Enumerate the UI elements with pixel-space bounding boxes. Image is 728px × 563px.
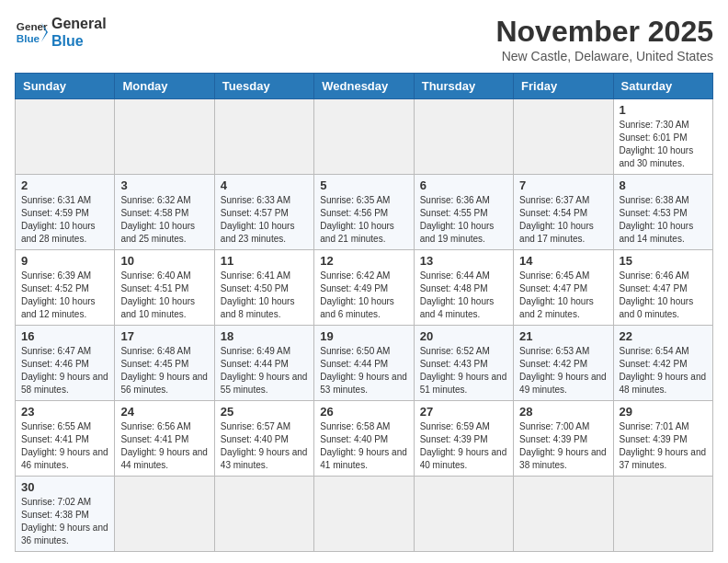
calendar-day-cell: 16Sunrise: 6:47 AM Sunset: 4:46 PM Dayli… — [16, 326, 115, 401]
calendar-week-row: 16Sunrise: 6:47 AM Sunset: 4:46 PM Dayli… — [16, 326, 713, 401]
day-info: Sunrise: 6:40 AM Sunset: 4:51 PM Dayligh… — [120, 270, 208, 321]
day-info: Sunrise: 6:32 AM Sunset: 4:58 PM Dayligh… — [120, 194, 208, 246]
day-info: Sunrise: 6:39 AM Sunset: 4:52 PM Dayligh… — [21, 270, 108, 321]
day-number: 20 — [420, 329, 507, 343]
day-info: Sunrise: 6:31 AM Sunset: 4:59 PM Dayligh… — [21, 194, 108, 246]
calendar-day-cell: 18Sunrise: 6:49 AM Sunset: 4:44 PM Dayli… — [214, 326, 313, 401]
day-number: 17 — [120, 329, 208, 343]
day-info: Sunrise: 6:50 AM Sunset: 4:44 PM Dayligh… — [320, 345, 407, 396]
day-number: 27 — [420, 405, 507, 419]
calendar-day-cell: 27Sunrise: 6:59 AM Sunset: 4:39 PM Dayli… — [414, 401, 513, 477]
day-info: Sunrise: 6:41 AM Sunset: 4:50 PM Dayligh… — [221, 270, 308, 321]
logo: General Blue General Blue — [15, 15, 107, 50]
day-number: 23 — [21, 405, 108, 419]
day-number: 5 — [320, 178, 407, 192]
logo-blue: Blue — [51, 32, 107, 50]
day-info: Sunrise: 7:01 AM Sunset: 4:39 PM Dayligh… — [620, 420, 707, 472]
calendar-day-cell: 30Sunrise: 7:02 AM Sunset: 4:38 PM Dayli… — [16, 477, 115, 552]
day-number: 26 — [320, 405, 407, 419]
day-info: Sunrise: 6:33 AM Sunset: 4:57 PM Dayligh… — [221, 194, 308, 246]
day-number: 14 — [519, 254, 607, 268]
day-number: 28 — [519, 405, 607, 419]
title-area: November 2025 New Castle, Delaware, Unit… — [495, 15, 713, 63]
calendar-day-cell: 3Sunrise: 6:32 AM Sunset: 4:58 PM Daylig… — [115, 175, 214, 250]
calendar-day-cell: 10Sunrise: 6:40 AM Sunset: 4:51 PM Dayli… — [115, 250, 214, 326]
calendar-day-cell: 15Sunrise: 6:46 AM Sunset: 4:47 PM Dayli… — [613, 250, 712, 326]
day-number: 25 — [221, 405, 308, 419]
col-header-tuesday: Tuesday — [214, 74, 313, 99]
calendar-day-cell — [214, 477, 313, 552]
day-info: Sunrise: 6:58 AM Sunset: 4:40 PM Dayligh… — [320, 420, 407, 472]
day-number: 13 — [420, 254, 507, 268]
calendar-day-cell: 5Sunrise: 6:35 AM Sunset: 4:56 PM Daylig… — [314, 175, 414, 250]
calendar-day-cell — [414, 477, 513, 552]
calendar-day-cell: 2Sunrise: 6:31 AM Sunset: 4:59 PM Daylig… — [16, 175, 115, 250]
calendar-day-cell: 25Sunrise: 6:57 AM Sunset: 4:40 PM Dayli… — [214, 401, 313, 477]
calendar-day-cell: 29Sunrise: 7:01 AM Sunset: 4:39 PM Dayli… — [613, 401, 712, 477]
day-info: Sunrise: 6:54 AM Sunset: 4:42 PM Dayligh… — [620, 345, 707, 396]
header: General Blue General Blue November 2025 … — [15, 15, 713, 63]
col-header-sunday: Sunday — [16, 74, 115, 99]
calendar-day-cell: 26Sunrise: 6:58 AM Sunset: 4:40 PM Dayli… — [314, 401, 414, 477]
calendar-day-cell: 6Sunrise: 6:36 AM Sunset: 4:55 PM Daylig… — [414, 175, 513, 250]
day-number: 19 — [320, 329, 407, 343]
calendar: SundayMondayTuesdayWednesdayThursdayFrid… — [15, 73, 713, 552]
calendar-day-cell: 1Sunrise: 7:30 AM Sunset: 6:01 PM Daylig… — [613, 99, 712, 175]
calendar-week-row: 9Sunrise: 6:39 AM Sunset: 4:52 PM Daylig… — [16, 250, 713, 326]
calendar-day-cell: 23Sunrise: 6:55 AM Sunset: 4:41 PM Dayli… — [16, 401, 115, 477]
calendar-day-cell — [314, 477, 414, 552]
calendar-day-cell: 8Sunrise: 6:38 AM Sunset: 4:53 PM Daylig… — [613, 175, 712, 250]
calendar-day-cell: 13Sunrise: 6:44 AM Sunset: 4:48 PM Dayli… — [414, 250, 513, 326]
calendar-day-cell: 11Sunrise: 6:41 AM Sunset: 4:50 PM Dayli… — [214, 250, 313, 326]
day-number: 21 — [519, 329, 607, 343]
day-info: Sunrise: 6:59 AM Sunset: 4:39 PM Dayligh… — [420, 420, 507, 472]
calendar-day-cell: 7Sunrise: 6:37 AM Sunset: 4:54 PM Daylig… — [514, 175, 613, 250]
day-number: 30 — [21, 480, 108, 494]
day-number: 4 — [221, 178, 308, 192]
calendar-day-cell — [16, 99, 115, 175]
day-number: 18 — [221, 329, 308, 343]
calendar-day-cell — [314, 99, 414, 175]
day-info: Sunrise: 6:42 AM Sunset: 4:49 PM Dayligh… — [320, 270, 407, 321]
day-number: 8 — [620, 178, 707, 192]
calendar-day-cell: 22Sunrise: 6:54 AM Sunset: 4:42 PM Dayli… — [613, 326, 712, 401]
calendar-day-cell: 9Sunrise: 6:39 AM Sunset: 4:52 PM Daylig… — [16, 250, 115, 326]
day-number: 7 — [519, 178, 607, 192]
col-header-wednesday: Wednesday — [314, 74, 414, 99]
day-info: Sunrise: 6:57 AM Sunset: 4:40 PM Dayligh… — [221, 420, 308, 472]
day-number: 10 — [120, 254, 208, 268]
calendar-day-cell: 21Sunrise: 6:53 AM Sunset: 4:42 PM Dayli… — [514, 326, 613, 401]
location-subtitle: New Castle, Delaware, United States — [495, 49, 713, 63]
calendar-week-row: 23Sunrise: 6:55 AM Sunset: 4:41 PM Dayli… — [16, 401, 713, 477]
day-info: Sunrise: 6:35 AM Sunset: 4:56 PM Dayligh… — [320, 194, 407, 246]
day-number: 22 — [620, 329, 707, 343]
calendar-day-cell — [514, 99, 613, 175]
calendar-day-cell: 24Sunrise: 6:56 AM Sunset: 4:41 PM Dayli… — [115, 401, 214, 477]
day-info: Sunrise: 7:00 AM Sunset: 4:39 PM Dayligh… — [519, 420, 607, 472]
calendar-week-row: 2Sunrise: 6:31 AM Sunset: 4:59 PM Daylig… — [16, 175, 713, 250]
day-info: Sunrise: 6:56 AM Sunset: 4:41 PM Dayligh… — [120, 420, 208, 472]
calendar-day-cell: 20Sunrise: 6:52 AM Sunset: 4:43 PM Dayli… — [414, 326, 513, 401]
calendar-day-cell: 4Sunrise: 6:33 AM Sunset: 4:57 PM Daylig… — [214, 175, 313, 250]
svg-text:Blue: Blue — [17, 32, 40, 44]
col-header-saturday: Saturday — [613, 74, 712, 99]
logo-general: General — [51, 15, 107, 32]
month-title: November 2025 — [495, 15, 713, 49]
day-info: Sunrise: 6:36 AM Sunset: 4:55 PM Dayligh… — [420, 194, 507, 246]
day-info: Sunrise: 7:02 AM Sunset: 4:38 PM Dayligh… — [21, 496, 108, 547]
calendar-day-cell — [214, 99, 313, 175]
day-number: 3 — [120, 178, 208, 192]
day-info: Sunrise: 6:37 AM Sunset: 4:54 PM Dayligh… — [519, 194, 607, 246]
col-header-monday: Monday — [115, 74, 214, 99]
calendar-day-cell: 14Sunrise: 6:45 AM Sunset: 4:47 PM Dayli… — [514, 250, 613, 326]
calendar-day-cell — [414, 99, 513, 175]
day-info: Sunrise: 6:48 AM Sunset: 4:45 PM Dayligh… — [120, 345, 208, 396]
day-number: 9 — [21, 254, 108, 268]
day-info: Sunrise: 6:52 AM Sunset: 4:43 PM Dayligh… — [420, 345, 507, 396]
day-info: Sunrise: 6:47 AM Sunset: 4:46 PM Dayligh… — [21, 345, 108, 396]
logo-icon: General Blue — [15, 16, 48, 49]
calendar-day-cell — [115, 477, 214, 552]
day-number: 29 — [620, 405, 707, 419]
day-number: 2 — [21, 178, 108, 192]
day-number: 6 — [420, 178, 507, 192]
